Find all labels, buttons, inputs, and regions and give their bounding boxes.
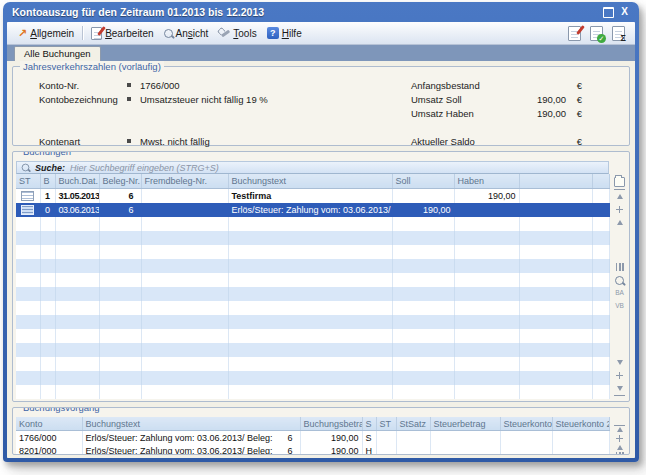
menubar-separator	[82, 26, 83, 40]
currency-label: €	[566, 136, 582, 147]
column-header[interactable]: ST	[16, 174, 40, 189]
group-title: Jahresverkehrszahlen (vorläufig)	[20, 61, 164, 72]
empty-row[interactable]	[16, 301, 609, 315]
column-header[interactable]: Steuerbetrag	[430, 417, 500, 431]
column-header[interactable]: Steuerkonto 2	[552, 417, 609, 431]
magnifier-icon	[164, 29, 173, 38]
cell-beleg: 6	[99, 189, 141, 204]
field-label: Kontobezeichnung	[39, 94, 127, 105]
cell-betrag: 190,00	[300, 444, 362, 455]
search-bar[interactable]: Suche: Hier Suchbegriff eingeben (STRG+S…	[16, 161, 609, 174]
cell-text: Erlös/Steuer: Zahlung vom: 03.06.2013/ B…	[82, 431, 300, 445]
column-header[interactable]: Buch.Dat.	[55, 174, 99, 189]
bookings-group: Buchungen Suche: Hier Suchbegriff eingeb…	[12, 151, 630, 402]
column-header[interactable]: Steuerkonto 1	[500, 417, 552, 431]
column-header[interactable]: Buchungstext	[82, 417, 300, 431]
column-header[interactable]: S	[362, 417, 376, 431]
menu-bearbeiten[interactable]: Bearbeiten	[86, 25, 158, 42]
empty-row[interactable]	[16, 343, 609, 357]
column-header[interactable]: Beleg-Nr.	[99, 174, 141, 189]
bullet-icon	[127, 97, 131, 101]
table-row[interactable]: 8201/000 Erlös/Steuer: Zahlung vom: 03.0…	[16, 444, 609, 455]
currency-label: €	[566, 108, 582, 119]
empty-row[interactable]	[16, 273, 609, 287]
column-header[interactable]: B	[40, 174, 55, 189]
table-row[interactable]: 1766/000 Erlös/Steuer: Zahlung vom: 03.0…	[16, 431, 609, 445]
empty-row[interactable]	[16, 245, 609, 259]
report-pen-icon[interactable]	[568, 26, 581, 41]
cell-b: 0	[40, 203, 55, 217]
tab-alle-buchungen[interactable]: Alle Buchungen	[14, 46, 101, 61]
scroll-first-icon[interactable]	[614, 425, 625, 432]
column-header[interactable]: Fremdbeleg-Nr.	[141, 174, 228, 189]
summary-row: Anfangsbestand €	[411, 78, 582, 92]
empty-row[interactable]	[16, 315, 609, 329]
empty-row[interactable]	[16, 357, 609, 371]
titlebar[interactable]: Kontoauszug für den Zeitraum 01.2013 bis…	[7, 2, 635, 22]
insert-row-icon[interactable]	[614, 204, 625, 215]
vb-icon[interactable]: VB	[614, 301, 625, 312]
column-header[interactable]: Konto	[16, 417, 82, 431]
app-window: Kontoauszug für den Zeitraum 01.2013 bis…	[3, 2, 639, 462]
empty-row[interactable]	[16, 231, 609, 245]
column-header[interactable]: Buchungstext	[228, 174, 392, 189]
column-header[interactable]	[592, 174, 609, 189]
column-header[interactable]: Haben	[454, 174, 519, 189]
column-header[interactable]: Buchungsbetrag	[300, 417, 362, 431]
scroll-up-icon[interactable]	[614, 445, 625, 450]
column-header[interactable]: Soll	[392, 174, 454, 189]
table-row-selected[interactable]: 0 03.06.2013 6 Erlös/Steuer: Zahlung vom…	[16, 203, 609, 217]
currency-label: €	[566, 80, 582, 91]
column-options-icon[interactable]	[614, 176, 625, 187]
table-row[interactable]: 1 31.05.2013 6 Testfirma 190,00	[16, 189, 609, 204]
desktop: Kontoauszug für den Zeitraum 01.2013 bis…	[0, 0, 646, 475]
close-icon[interactable]: X	[621, 7, 628, 17]
cell-steuerbetrag	[430, 444, 500, 455]
bullet-icon	[127, 139, 131, 143]
insert-row-icon[interactable]	[614, 434, 625, 443]
empty-row[interactable]	[16, 259, 609, 273]
page-sum-icon[interactable]: Σ	[612, 26, 625, 41]
window-client: ↗ Allgemein Bearbeiten Ansicht Tools	[7, 22, 635, 458]
cell-soll	[392, 189, 454, 204]
menu-hilfe[interactable]: ? Hilfe	[262, 25, 307, 41]
group-title: Buchungen	[20, 151, 74, 157]
column-header[interactable]: StSatz	[396, 417, 430, 431]
zoom-icon[interactable]	[614, 275, 625, 286]
cell-fremdbeleg	[141, 203, 228, 217]
field-label: Umsatz Soll	[411, 94, 502, 105]
header-row: ST B Buch.Dat. Beleg-Nr. Fremdbeleg-Nr. …	[16, 174, 609, 189]
cell-stsatz	[396, 444, 430, 455]
cell-text: Erlös/Steuer: Zahlung vom: 03.06.2013/ B…	[228, 203, 392, 217]
field-label: Aktueller Saldo	[411, 136, 502, 147]
field-value: 190,00	[502, 94, 566, 105]
empty-row[interactable]	[16, 217, 609, 231]
ba-label: BA	[615, 289, 624, 297]
scroll-up-icon[interactable]	[614, 217, 625, 228]
window-title: Kontoauszug für den Zeitraum 01.2013 bis…	[12, 6, 603, 18]
menu-allgemein[interactable]: ↗ Allgemein	[13, 26, 79, 41]
empty-row[interactable]	[16, 385, 609, 399]
empty-row[interactable]	[16, 371, 609, 385]
cell-s: S	[362, 431, 376, 445]
column-header[interactable]: ST	[376, 417, 396, 431]
menu-tools[interactable]: Tools	[213, 25, 261, 41]
scroll-first-icon[interactable]	[614, 189, 625, 202]
field-label: Kontenart	[39, 136, 127, 147]
empty-row[interactable]	[16, 287, 609, 301]
cell-st	[376, 431, 396, 445]
empty-row[interactable]	[16, 329, 609, 343]
column-header[interactable]	[519, 174, 592, 189]
columns-icon[interactable]	[614, 452, 625, 455]
scroll-last-icon[interactable]	[614, 383, 625, 396]
bookings-grid-rail: BA VB	[613, 175, 626, 397]
restore-icon[interactable]	[603, 7, 614, 18]
append-row-icon[interactable]	[614, 370, 625, 381]
menu-ansicht[interactable]: Ansicht	[159, 26, 214, 41]
scroll-down-icon[interactable]	[614, 357, 625, 368]
page-check-icon[interactable]: ✓	[590, 26, 603, 41]
vb-label: VB	[615, 302, 624, 310]
columns-icon[interactable]	[614, 262, 625, 273]
summary-row: Kontobezeichnung Umsatzsteuer nicht fäll…	[39, 92, 411, 106]
ba-icon[interactable]: BA	[614, 288, 625, 299]
